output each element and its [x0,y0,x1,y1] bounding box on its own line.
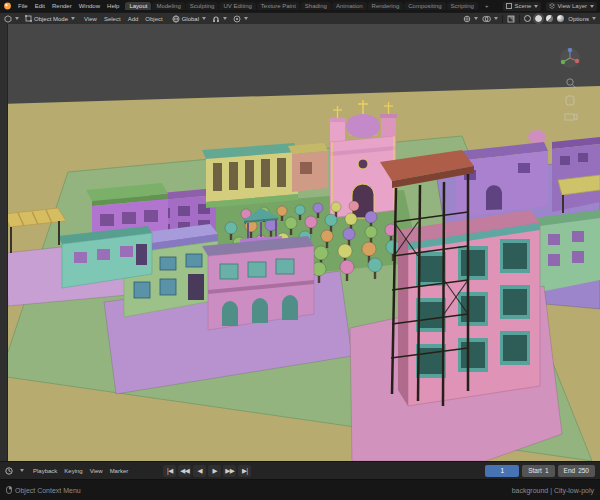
workspace-tab-compositing[interactable]: Compositing [404,2,445,10]
scene-icon [506,3,512,9]
material-preview-button[interactable] [546,15,553,22]
mode-selector[interactable]: Object Mode [25,15,75,22]
options-label: Options [568,16,589,22]
workspace-tab-rendering[interactable]: Rendering [368,2,404,10]
viewport-menus: ViewSelectAddObject [81,16,166,22]
blender-window: FileEditRenderWindowHelp LayoutModelingS… [0,0,600,500]
next-keyframe-button[interactable]: ▶▶ [223,465,236,477]
topbar-menu-window[interactable]: Window [76,3,103,9]
building-salmon[interactable] [288,143,328,192]
proportional-circle-icon [233,15,241,23]
toolbar-collapsed-strip[interactable] [0,24,8,461]
tree[interactable] [365,226,377,238]
tree[interactable] [295,205,305,215]
viewport-header: Object Mode ViewSelectAddObject Global [0,12,600,24]
tree[interactable] [321,230,333,242]
topbar-right: Scene View Layer [503,2,597,11]
wireframe-shading-button[interactable] [524,15,531,22]
workspace-tab-modeling[interactable]: Modeling [152,2,184,10]
workspace-tab-animation[interactable]: Animation [332,2,367,10]
topbar-menu-file[interactable]: File [15,3,31,9]
tree[interactable] [362,242,376,256]
chevron-down-icon [20,469,24,472]
topbar-menu-edit[interactable]: Edit [32,3,48,9]
viewport-menu-add[interactable]: Add [125,16,142,22]
timeline-menu-keying[interactable]: Keying [61,468,85,474]
solid-shading-button[interactable] [535,15,542,22]
prev-keyframe-button[interactable]: ◀◀ [178,465,191,477]
frame-start-field[interactable]: Start 1 [522,465,554,477]
tree[interactable] [349,201,359,211]
timeline-menus: PlaybackKeyingViewMarker [30,468,131,474]
workspace-tab-shading[interactable]: Shading [301,2,331,10]
xray-toggle-icon[interactable] [507,15,515,23]
options-dropdown[interactable]: Options [568,16,596,22]
jump-to-end-button[interactable]: ▶| [238,465,251,477]
show-gizmo-toggle[interactable] [463,15,478,23]
jump-to-start-button[interactable]: |◀ [163,465,176,477]
play-reverse-button[interactable]: ◀ [193,465,206,477]
building-green-right[interactable] [534,210,600,292]
tree[interactable] [314,246,328,260]
tree[interactable] [225,222,237,234]
tree[interactable] [285,217,297,229]
tree[interactable] [365,211,377,223]
rendered-shading-button[interactable] [557,15,564,22]
timeline-menu-marker[interactable]: Marker [107,468,132,474]
transform-orientation-dropdown[interactable]: Global [172,15,206,23]
play-button[interactable]: ▶ [208,465,221,477]
current-frame-field[interactable]: 1 [485,465,519,477]
tree[interactable] [343,228,355,240]
topbar-menu-help[interactable]: Help [104,3,122,9]
timeline-editor-icon[interactable] [5,467,13,475]
snapping-toggle[interactable] [212,15,227,23]
orientation-label: Global [182,16,199,22]
tree[interactable] [331,202,341,212]
status-info-text: background | City-low-poly [512,487,594,494]
tree[interactable] [340,260,354,274]
scene-selector[interactable]: Scene [503,2,541,11]
building-purple-far-right[interactable] [552,137,600,212]
workspace-tab-sculpting[interactable]: Sculpting [186,2,219,10]
add-workspace-button[interactable]: + [481,2,493,10]
viewport-menu-object[interactable]: Object [142,16,165,22]
tree[interactable] [368,258,382,272]
workspace-tab-uv-editing[interactable]: UV Editing [219,2,255,10]
viewport-3d[interactable] [0,24,600,461]
frame-end-field[interactable]: End 250 [558,465,595,477]
tree[interactable] [338,244,352,258]
show-overlays-toggle[interactable] [482,15,498,23]
tree[interactable] [325,214,337,226]
topbar: FileEditRenderWindowHelp LayoutModelingS… [0,0,600,12]
divider [502,15,503,23]
workspace-tab-texture-paint[interactable]: Texture Paint [257,2,300,10]
blender-logo-icon[interactable] [3,2,12,10]
proportional-editing-toggle[interactable] [233,15,248,23]
topbar-menu-render[interactable]: Render [49,3,75,9]
chevron-down-icon [592,17,596,20]
tree[interactable] [386,240,400,254]
playback-controls: |◀◀◀◀▶▶▶▶| [163,465,251,477]
chevron-down-icon [71,17,75,20]
globe-icon [172,15,180,23]
object-mode-icon [25,15,32,22]
viewport-menu-view[interactable]: View [81,16,100,22]
editor-type-selector[interactable] [4,15,19,23]
tree[interactable] [345,213,357,225]
chevron-down-icon [244,17,248,20]
chevron-down-icon [534,5,538,8]
frame-start-label: Start [528,467,542,474]
building-pink-center[interactable] [202,236,314,330]
timeline-menu-playback[interactable]: Playback [30,468,60,474]
workspace-tab-scripting[interactable]: Scripting [447,2,478,10]
workspace-tab-layout[interactable]: Layout [125,2,151,10]
viewport-canvas[interactable] [0,24,600,461]
tree[interactable] [277,206,287,216]
viewport-menu-select[interactable]: Select [101,16,124,22]
tree[interactable] [313,203,323,213]
timeline-menu-view[interactable]: View [87,468,106,474]
building-yellow-colonnade[interactable] [202,143,298,208]
tree[interactable] [305,216,317,228]
view-layer-selector[interactable]: View Layer [546,2,597,11]
timeline-bar: PlaybackKeyingViewMarker |◀◀◀◀▶▶▶▶| 1 St… [0,461,600,479]
